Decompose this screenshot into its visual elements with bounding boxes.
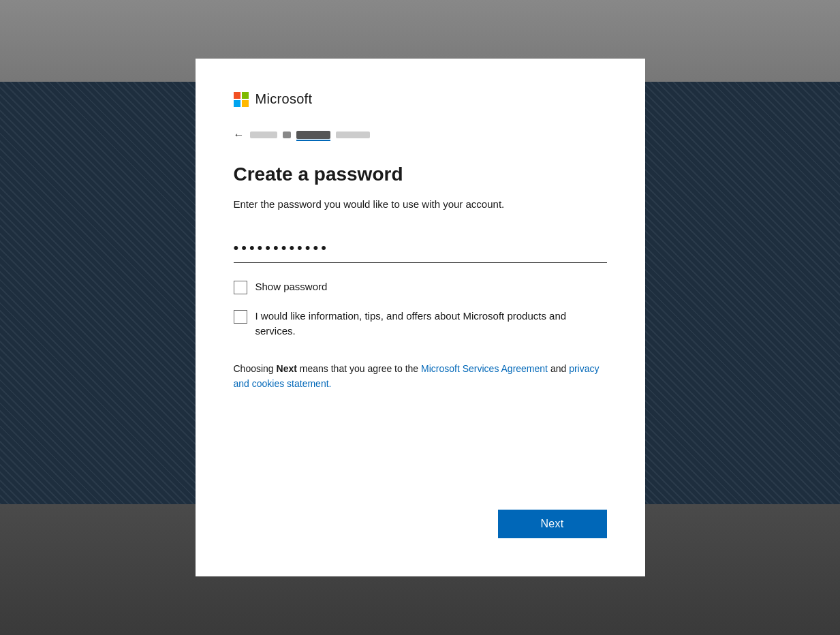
microsoft-logo: Microsoft bbox=[234, 91, 607, 107]
microsoft-logo-icon bbox=[234, 92, 249, 107]
password-field bbox=[234, 234, 607, 263]
page-subtitle: Enter the password you would like to use… bbox=[234, 197, 607, 213]
breadcrumb-item-3 bbox=[336, 131, 370, 138]
show-password-row: Show password bbox=[234, 279, 607, 295]
marketing-checkbox[interactable] bbox=[234, 310, 247, 324]
agreement-text: Choosing Next means that you agree to th… bbox=[234, 361, 607, 392]
button-row: Next bbox=[234, 510, 607, 538]
agreement-middle: means that you agree to the bbox=[297, 363, 421, 374]
logo-quadrant-yellow bbox=[242, 100, 249, 107]
breadcrumb-item-1 bbox=[250, 131, 277, 138]
next-button[interactable]: Next bbox=[498, 510, 607, 538]
agreement-prefix: Choosing bbox=[234, 363, 277, 374]
marketing-row: I would like information, tips, and offe… bbox=[234, 309, 607, 339]
show-password-checkbox[interactable] bbox=[234, 281, 247, 294]
create-password-modal: Microsoft ← Create a password Enter the … bbox=[196, 59, 645, 576]
marketing-label[interactable]: I would like information, tips, and offe… bbox=[255, 309, 607, 339]
password-input[interactable] bbox=[234, 234, 607, 263]
back-arrow-icon[interactable]: ← bbox=[234, 129, 245, 141]
modal-overlay: Microsoft ← Create a password Enter the … bbox=[0, 0, 840, 635]
breadcrumb-item-active bbox=[296, 131, 330, 139]
page-title: Create a password bbox=[234, 163, 607, 186]
agreement-connector: and bbox=[548, 363, 569, 374]
agreement-next-bold: Next bbox=[277, 363, 297, 374]
show-password-label[interactable]: Show password bbox=[255, 279, 328, 295]
breadcrumb-dot-1 bbox=[283, 131, 291, 138]
microsoft-services-agreement-link[interactable]: Microsoft Services Agreement bbox=[421, 363, 548, 374]
microsoft-logo-text: Microsoft bbox=[255, 91, 313, 107]
logo-quadrant-blue bbox=[234, 100, 240, 107]
checkbox-group: Show password I would like information, … bbox=[234, 279, 607, 339]
breadcrumb: ← bbox=[234, 129, 607, 141]
logo-quadrant-green bbox=[242, 92, 249, 99]
logo-quadrant-red bbox=[234, 92, 240, 99]
